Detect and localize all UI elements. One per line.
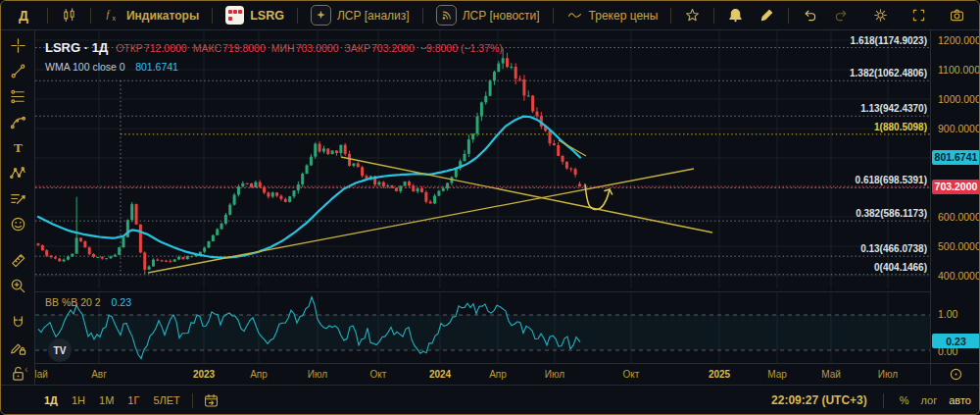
- analysis-button[interactable]: ЛСР [анализ]: [307, 3, 414, 27]
- wma-legend-name: WMA 100 close 0: [45, 61, 125, 73]
- bell-icon: [727, 7, 744, 24]
- alerts-button[interactable]: [723, 5, 748, 26]
- time-axis-month-label: Авг: [91, 369, 107, 380]
- symbol-name: LSRG: [250, 9, 284, 23]
- scale-option-%[interactable]: %: [900, 394, 909, 406]
- chart-legend: LSRG · 1ДОТКР712.0000МАКС719.8000МИН703.…: [45, 38, 509, 76]
- time-axis-month-label: Июл: [878, 369, 898, 380]
- draw-button[interactable]: [755, 5, 779, 26]
- fx-icon: fx: [104, 7, 121, 24]
- undo-button[interactable]: [798, 5, 822, 26]
- bottom-toolbar: 1Д1Н1М1Г5ЛЕТ 22:09:27 (UTC+3) %логавто: [1, 385, 980, 415]
- scale-option-авто[interactable]: авто: [949, 394, 971, 406]
- star-icon: [684, 7, 701, 24]
- price-axis-label: 900.0000: [938, 123, 980, 134]
- time-axis-month-label: Мар: [767, 369, 787, 380]
- svg-text:T: T: [14, 140, 23, 155]
- texttool-tool-icon[interactable]: T: [5, 138, 30, 157]
- indicator-value: 0.23: [112, 296, 131, 308]
- price-axis-label: 500.0000: [938, 240, 980, 252]
- wma-legend-row: WMA 100 close 0 801.6741: [45, 57, 509, 76]
- watchlist-star-button[interactable]: [680, 5, 705, 26]
- chart-type-button[interactable]: [57, 5, 81, 26]
- ohlc-legend-row: LSRG · 1ДОТКР712.0000МАКС719.8000МИН703.…: [45, 38, 509, 57]
- separator: [422, 8, 423, 24]
- indicators-button[interactable]: fx Индикаторы: [100, 5, 203, 26]
- separator: [47, 8, 48, 24]
- settings-button[interactable]: [868, 5, 893, 26]
- legend-ohlc-part: 712.0000: [144, 42, 187, 54]
- legend-ohlc-part: 703.2000: [371, 42, 415, 54]
- news-label: ЛСР [новости]: [463, 9, 540, 23]
- pencil-lock-tool-icon[interactable]: [5, 338, 30, 357]
- price-axis[interactable]: 1200.00001100.00001000.0000900.0000600.0…: [930, 30, 980, 363]
- wma-legend-value: 801.6741: [135, 61, 178, 73]
- legend-ohlc-part: ЗАКР: [344, 42, 369, 54]
- chevron-left-icon[interactable]: ‹: [24, 363, 28, 375]
- symbol-button[interactable]: LSRG: [221, 4, 288, 26]
- time-axis-month-label: Май: [821, 369, 841, 380]
- legend-ohlc-part: 719.8000: [222, 42, 266, 54]
- separator: [713, 8, 714, 24]
- calendar-icon: [203, 392, 220, 409]
- price-axis-label: 1000.0000: [938, 93, 980, 105]
- separator: [192, 393, 193, 408]
- legend-ohlc-part: ОТКР: [116, 42, 143, 54]
- legend-symbol-interval: LSRG · 1Д: [45, 40, 108, 55]
- forecast-tool-icon[interactable]: [5, 189, 30, 208]
- top-toolbar: Д fx Индикаторы LSRG ЛСР [анализ] ЛСР [н…: [1, 1, 980, 30]
- svg-text:TV: TV: [54, 345, 67, 356]
- time-axis-month-label: Май: [35, 369, 48, 380]
- target-icon: [948, 366, 964, 383]
- emoji-tool-icon[interactable]: [5, 215, 30, 233]
- fib-level-label: 1.382(1062.4806): [850, 68, 927, 78]
- zoomin-tool-icon[interactable]: [5, 277, 30, 295]
- fullscreen-button[interactable]: [906, 5, 931, 26]
- indicator-name: BB %B 20 2: [45, 296, 101, 308]
- symbol-search-button[interactable]: Д: [9, 6, 38, 26]
- snapshot-button[interactable]: [945, 5, 969, 26]
- separator: [297, 8, 298, 24]
- crosshair-tool-icon[interactable]: [5, 36, 30, 55]
- price-chart-pane[interactable]: LSRG · 1ДОТКР712.0000МАКС719.8000МИН703.…: [35, 30, 930, 288]
- price-axis-label: 600.0000: [938, 211, 980, 223]
- indicator-legend: BB %B 20 2 0.23: [45, 296, 131, 308]
- go-to-realtime-button[interactable]: [930, 363, 980, 385]
- wave-icon: [566, 7, 583, 24]
- fib-level-label: 1(880.5098): [874, 122, 927, 132]
- time-axis[interactable]: МайАвг2023АпрИюлОкт2024АпрИюлОкт2025МарМ…: [35, 363, 930, 385]
- trendline-tool-icon[interactable]: [5, 62, 30, 80]
- legend-ohlc-part: МАКС: [193, 42, 221, 54]
- magnet-tool-icon[interactable]: [5, 313, 30, 332]
- separator: [670, 8, 671, 24]
- news-button[interactable]: ЛСР [новости]: [432, 3, 544, 27]
- fiblines-tool-icon[interactable]: [5, 87, 30, 106]
- bb-percent-b-pane[interactable]: TV BB %B 20 2 0.23: [35, 291, 930, 363]
- scale-option-лог[interactable]: лог: [921, 394, 938, 406]
- range-buttons: 1Д1Н1М1Г5ЛЕТ: [38, 391, 186, 409]
- price-tracker-button[interactable]: Трекер цены: [563, 5, 662, 26]
- separator: [883, 393, 884, 408]
- go-to-date-button[interactable]: [199, 390, 223, 411]
- pencil-icon: [759, 7, 775, 24]
- drawing-toolbar: T: [1, 30, 35, 385]
- separator: [553, 8, 554, 24]
- time-axis-year-label: 2025: [709, 369, 730, 380]
- range-button-1Г[interactable]: 1Г: [122, 391, 145, 409]
- pattern-tool-icon[interactable]: [5, 164, 30, 182]
- curve-tool-icon[interactable]: [5, 113, 30, 131]
- range-button-5ЛЕТ[interactable]: 5ЛЕТ: [147, 391, 185, 409]
- price-axis-label: 1100.0000: [938, 64, 980, 76]
- symbol-letter: Д: [13, 8, 34, 24]
- broker-logo-icon: [225, 6, 244, 25]
- clock: 22:09:27 (UTC+3): [771, 393, 867, 407]
- ruler-tool-icon[interactable]: [5, 251, 30, 270]
- redo-button[interactable]: [829, 5, 854, 26]
- range-button-1Д[interactable]: 1Д: [38, 391, 64, 409]
- analysis-label: ЛСР [анализ]: [337, 9, 410, 23]
- range-button-1Н[interactable]: 1Н: [66, 391, 91, 409]
- wma-value-badge: 801.6741: [932, 150, 980, 165]
- range-button-1М[interactable]: 1М: [93, 391, 120, 409]
- redo-icon: [833, 7, 850, 24]
- fib-level-label: 1.618(1174.9023): [851, 35, 927, 46]
